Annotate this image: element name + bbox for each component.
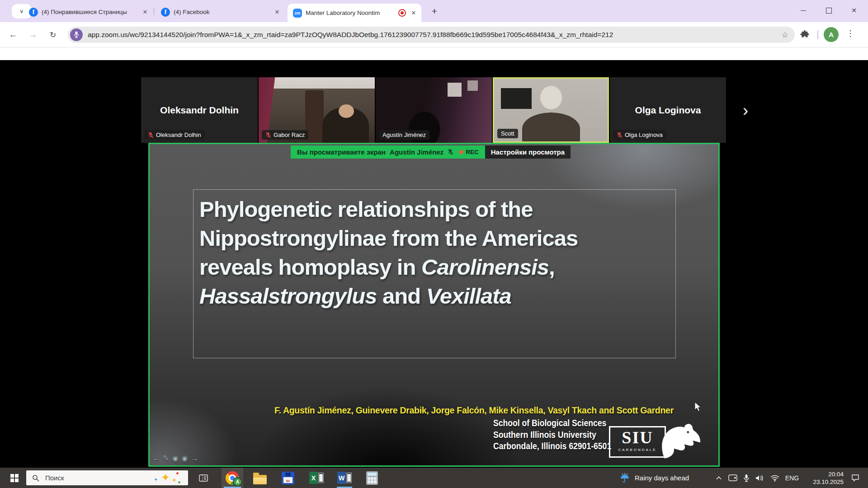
forward-button[interactable]: →: [26, 28, 40, 42]
new-tab-button[interactable]: +: [429, 5, 440, 17]
taskbar-search-input[interactable]: Поиск ✦ ✦ ✦: [26, 470, 188, 485]
tray-action-center-button[interactable]: [846, 468, 864, 488]
participant-name-tag: Scott: [497, 129, 518, 138]
slide-title-line: Hassalstrongylus and Vexillata: [199, 282, 578, 310]
microphone-permission-icon[interactable]: [70, 28, 83, 41]
task-view-button[interactable]: [193, 468, 213, 488]
affiliation-line: Southern Illinois University: [493, 429, 611, 441]
address-bar[interactable]: app.zoom.us/wc/92134144520/join?fromPWA=…: [68, 27, 795, 43]
window-maximize-button[interactable]: [816, 0, 841, 21]
search-placeholder: Поиск: [45, 474, 64, 482]
taskbar-calculator-button[interactable]: [362, 468, 382, 488]
taskbar-file-explorer-button[interactable]: [250, 468, 270, 488]
search-icon: [32, 474, 39, 482]
tab-recording-icon: [398, 9, 406, 17]
facebook-icon: f: [29, 8, 38, 17]
bookmark-star-icon[interactable]: ☆: [782, 30, 788, 40]
notification-icon: [851, 474, 859, 482]
start-button[interactable]: [4, 468, 25, 488]
plus-icon: +: [432, 6, 437, 17]
more-options-icon: ◉: [181, 454, 188, 463]
weather-label: Rainy days ahead: [635, 474, 689, 482]
video-detail: [501, 88, 532, 109]
window-minimize-button[interactable]: [791, 0, 816, 21]
rec-dot-icon: [459, 150, 463, 154]
presenter-name: Agustín Jiménez: [390, 148, 443, 156]
siu-logo: SIU CARBONDALE: [609, 422, 704, 460]
participant-tile-agustin[interactable]: Agustín Jiménez: [376, 77, 492, 143]
taskbar-weather-widget[interactable]: Rainy days ahead: [616, 468, 693, 488]
close-icon[interactable]: ✕: [410, 9, 418, 17]
recording-indicator: REC: [459, 149, 479, 155]
screen-share-banner: Вы просматриваете экран Agustín Jiménez …: [291, 145, 571, 159]
excel-icon: X: [309, 472, 324, 484]
participant-tile-olga[interactable]: Olga Loginova Olga Loginova: [610, 77, 726, 143]
tab-facebook-pages[interactable]: f (4) Понравившиеся Страницы ✕: [24, 4, 153, 20]
forward-icon: →: [29, 30, 38, 40]
participant-name: Gabor Racz: [274, 131, 305, 138]
toolbar-divider: [817, 30, 818, 39]
floppy-disk-icon: 64: [282, 472, 294, 484]
slide-title-line: Phylogenetic relationships of the: [199, 195, 578, 224]
browser-toolbar: ← → ↻ app.zoom.us/wc/92134144520/join?fr…: [0, 22, 868, 47]
participant-name-tag: Olga Loginova: [613, 130, 666, 140]
participant-name-tag: Agustín Jiménez: [379, 130, 429, 140]
affiliation-line: Carbondale, Illinois 62901-6501: [493, 441, 611, 452]
slide-authors: F. Agustín Jiménez, Guinevere Drabik, Jo…: [274, 405, 674, 416]
tray-network-button[interactable]: [768, 468, 782, 488]
taskbar-floppy-app-button[interactable]: 64: [278, 468, 298, 488]
minimize-icon: [801, 10, 806, 11]
mouse-cursor: [694, 402, 702, 414]
mic-muted-icon: [148, 132, 154, 138]
saluki-dog-icon: [655, 422, 702, 460]
participant-name: Olga Loginova: [625, 131, 663, 138]
participant-tile-gabor[interactable]: Gabor Racz: [259, 77, 375, 143]
mic-icon: [74, 31, 79, 38]
wifi-icon: [770, 474, 779, 482]
back-button[interactable]: ←: [6, 28, 20, 42]
tab-zoom-meeting-active[interactable]: zm Manter Laboratory Noontim ✕: [288, 4, 421, 22]
taskbar-chrome-button[interactable]: A: [222, 468, 243, 488]
browser-menu-icon[interactable]: ⋮: [846, 28, 854, 38]
zoom-web-client: Oleksandr Dolhin Oleksandr Dolhin Gabor …: [0, 47, 868, 468]
participant-tile-oleksandr[interactable]: Oleksandr Dolhin Oleksandr Dolhin: [141, 77, 258, 143]
close-icon[interactable]: ✕: [141, 8, 149, 16]
close-icon[interactable]: ✕: [273, 8, 281, 16]
tray-microphone-button[interactable]: [741, 468, 752, 488]
extensions-icon[interactable]: [800, 30, 809, 41]
word-icon: W: [337, 472, 352, 484]
tray-clock[interactable]: 20:04 23.10.2025: [801, 468, 844, 488]
taskbar-excel-button[interactable]: X: [307, 468, 326, 488]
speaker-icon: [755, 474, 764, 482]
search-highlights-icon[interactable]: ✦ ✦ ✦: [153, 471, 181, 484]
tray-volume-button[interactable]: [752, 468, 767, 488]
back-icon: ←: [9, 30, 18, 40]
zoom-app-icon: zm: [293, 9, 302, 18]
mic-muted-icon: [617, 132, 623, 138]
tray-show-hidden-icons-button[interactable]: [712, 468, 725, 488]
tab-facebook[interactable]: f (4) Facebook ✕: [156, 4, 285, 20]
tray-screen-cast-button[interactable]: [726, 468, 740, 488]
facebook-icon: f: [161, 8, 170, 17]
windows-logo-icon: [10, 474, 19, 482]
siu-acronym: SIU: [622, 427, 653, 447]
viewing-text: Вы просматриваете экран: [297, 148, 386, 156]
clock-date: 23.10.2025: [813, 478, 844, 486]
presenter-mic-muted-icon: [448, 149, 453, 155]
profile-avatar[interactable]: A: [824, 27, 839, 42]
next-participants-button[interactable]: ›: [738, 101, 753, 121]
microphone-icon: [743, 474, 750, 482]
video-detail: [448, 83, 462, 97]
tray-language-indicator[interactable]: ENG: [783, 468, 801, 488]
slide-overview-icon: ◉: [172, 454, 179, 463]
participant-tile-scott-active-speaker[interactable]: Scott: [493, 77, 609, 143]
view-options-button[interactable]: Настройки просмотра: [485, 145, 571, 159]
url-text[interactable]: app.zoom.us/wc/92134144520/join?fromPWA=…: [88, 31, 778, 39]
refresh-button[interactable]: ↻: [46, 28, 60, 42]
window-close-button[interactable]: ✕: [841, 0, 867, 21]
view-options-label: Настройки просмотра: [491, 148, 565, 156]
taskbar-word-button[interactable]: W: [335, 468, 354, 488]
siu-subtext: CARBONDALE: [618, 448, 656, 452]
participant-name: Scott: [501, 130, 514, 137]
avatar-letter: A: [829, 31, 834, 38]
